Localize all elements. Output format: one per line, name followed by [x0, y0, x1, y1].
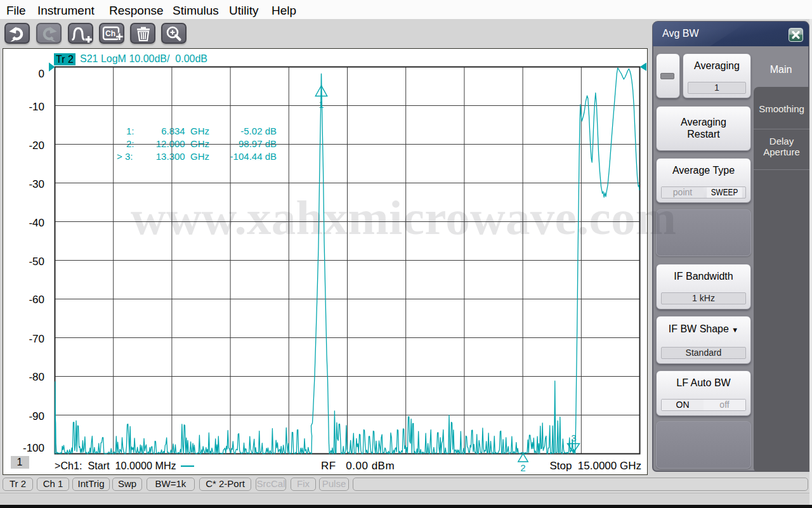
svg-text:Ch: Ch [105, 29, 115, 38]
svg-text:1: 1 [318, 99, 324, 110]
svg-text:3: 3 [571, 433, 576, 443]
svg-text:2: 2 [520, 462, 525, 473]
